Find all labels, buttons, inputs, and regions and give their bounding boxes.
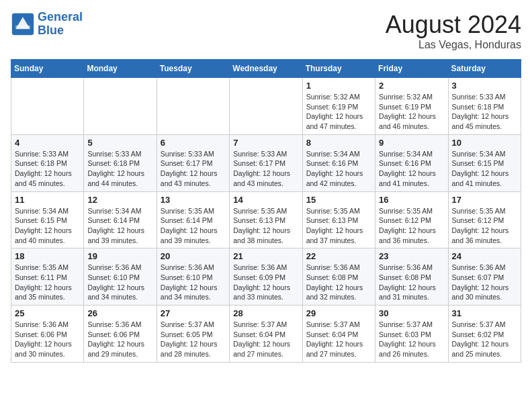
calendar-day-cell: 21Sunrise: 5:36 AMSunset: 6:09 PMDayligh… xyxy=(230,248,302,306)
day-info: Sunrise: 5:35 AMSunset: 6:13 PMDaylight:… xyxy=(233,206,298,246)
day-number: 19 xyxy=(87,251,152,261)
day-number: 5 xyxy=(87,138,152,148)
day-number: 25 xyxy=(15,308,80,318)
day-info: Sunrise: 5:37 AMSunset: 6:04 PMDaylight:… xyxy=(233,320,298,359)
calendar-day-cell: 23Sunrise: 5:36 AMSunset: 6:08 PMDayligh… xyxy=(375,248,448,306)
calendar-day-cell: 18Sunrise: 5:35 AMSunset: 6:11 PMDayligh… xyxy=(11,248,84,306)
day-number: 13 xyxy=(161,195,226,205)
day-info: Sunrise: 5:33 AMSunset: 6:18 PMDaylight:… xyxy=(87,149,152,189)
day-info: Sunrise: 5:37 AMSunset: 6:03 PMDaylight:… xyxy=(379,320,444,359)
calendar-day-cell: 6Sunrise: 5:33 AMSunset: 6:17 PMDaylight… xyxy=(157,134,229,191)
day-info: Sunrise: 5:36 AMSunset: 6:08 PMDaylight:… xyxy=(379,263,444,302)
day-number: 15 xyxy=(306,195,371,205)
day-number: 27 xyxy=(161,308,226,318)
logo-icon xyxy=(11,12,35,36)
day-number: 6 xyxy=(161,138,226,148)
calendar-day-cell: 11Sunrise: 5:34 AMSunset: 6:15 PMDayligh… xyxy=(11,191,84,248)
day-info: Sunrise: 5:32 AMSunset: 6:19 PMDaylight:… xyxy=(306,92,371,132)
day-info: Sunrise: 5:36 AMSunset: 6:07 PMDaylight:… xyxy=(452,263,517,302)
day-of-week-header: Sunday xyxy=(11,60,84,78)
calendar-day-cell: 2Sunrise: 5:32 AMSunset: 6:19 PMDaylight… xyxy=(375,78,448,135)
day-info: Sunrise: 5:36 AMSunset: 6:06 PMDaylight:… xyxy=(15,320,80,359)
calendar-day-cell: 20Sunrise: 5:36 AMSunset: 6:10 PMDayligh… xyxy=(157,248,229,306)
calendar-week-row: 11Sunrise: 5:34 AMSunset: 6:15 PMDayligh… xyxy=(11,191,521,248)
calendar-day-cell: 28Sunrise: 5:37 AMSunset: 6:04 PMDayligh… xyxy=(230,306,302,363)
day-info: Sunrise: 5:35 AMSunset: 6:11 PMDaylight:… xyxy=(15,263,80,302)
calendar-day-cell xyxy=(230,78,302,135)
day-number: 11 xyxy=(15,195,80,205)
calendar-day-cell: 3Sunrise: 5:33 AMSunset: 6:18 PMDaylight… xyxy=(448,78,521,135)
calendar-day-cell xyxy=(157,78,229,135)
day-of-week-header: Tuesday xyxy=(157,60,229,78)
logo-text: General Blue xyxy=(38,11,83,38)
day-number: 8 xyxy=(306,138,371,148)
day-info: Sunrise: 5:36 AMSunset: 6:10 PMDaylight:… xyxy=(87,263,152,302)
day-number: 1 xyxy=(306,81,371,91)
calendar-day-cell: 22Sunrise: 5:36 AMSunset: 6:08 PMDayligh… xyxy=(302,248,375,306)
day-info: Sunrise: 5:33 AMSunset: 6:17 PMDaylight:… xyxy=(233,149,298,189)
calendar-day-cell: 16Sunrise: 5:35 AMSunset: 6:12 PMDayligh… xyxy=(375,191,448,248)
calendar-day-cell: 5Sunrise: 5:33 AMSunset: 6:18 PMDaylight… xyxy=(84,134,157,191)
calendar-day-cell: 1Sunrise: 5:32 AMSunset: 6:19 PMDaylight… xyxy=(302,78,375,135)
day-number: 3 xyxy=(452,81,517,91)
day-info: Sunrise: 5:33 AMSunset: 6:18 PMDaylight:… xyxy=(452,92,517,132)
day-info: Sunrise: 5:36 AMSunset: 6:10 PMDaylight:… xyxy=(161,263,226,302)
day-number: 16 xyxy=(379,195,444,205)
day-of-week-header: Wednesday xyxy=(230,60,302,78)
calendar-week-row: 25Sunrise: 5:36 AMSunset: 6:06 PMDayligh… xyxy=(11,306,521,363)
calendar-day-cell: 9Sunrise: 5:34 AMSunset: 6:16 PMDaylight… xyxy=(375,134,448,191)
day-number: 12 xyxy=(87,195,152,205)
day-info: Sunrise: 5:37 AMSunset: 6:04 PMDaylight:… xyxy=(306,320,371,359)
day-info: Sunrise: 5:32 AMSunset: 6:19 PMDaylight:… xyxy=(379,92,444,132)
svg-rect-2 xyxy=(15,26,30,28)
calendar-week-row: 1Sunrise: 5:32 AMSunset: 6:19 PMDaylight… xyxy=(11,78,521,135)
calendar-day-cell xyxy=(11,78,84,135)
calendar-day-cell: 12Sunrise: 5:34 AMSunset: 6:14 PMDayligh… xyxy=(84,191,157,248)
day-info: Sunrise: 5:34 AMSunset: 6:15 PMDaylight:… xyxy=(452,149,517,189)
day-number: 28 xyxy=(233,308,298,318)
location: Las Vegas, Honduras xyxy=(386,39,521,51)
page-header: General Blue August 2024 Las Vegas, Hond… xyxy=(11,11,521,51)
calendar-day-cell: 17Sunrise: 5:35 AMSunset: 6:12 PMDayligh… xyxy=(448,191,521,248)
calendar-day-cell: 7Sunrise: 5:33 AMSunset: 6:17 PMDaylight… xyxy=(230,134,302,191)
logo-line2: Blue xyxy=(38,24,64,37)
calendar-day-cell: 30Sunrise: 5:37 AMSunset: 6:03 PMDayligh… xyxy=(375,306,448,363)
day-info: Sunrise: 5:34 AMSunset: 6:16 PMDaylight:… xyxy=(379,149,444,189)
day-info: Sunrise: 5:37 AMSunset: 6:05 PMDaylight:… xyxy=(161,320,226,359)
calendar-day-cell: 13Sunrise: 5:35 AMSunset: 6:14 PMDayligh… xyxy=(157,191,229,248)
month-year: August 2024 xyxy=(386,11,521,39)
day-info: Sunrise: 5:36 AMSunset: 6:08 PMDaylight:… xyxy=(306,263,371,302)
day-info: Sunrise: 5:33 AMSunset: 6:17 PMDaylight:… xyxy=(161,149,226,189)
day-info: Sunrise: 5:34 AMSunset: 6:14 PMDaylight:… xyxy=(87,206,152,246)
day-of-week-header: Thursday xyxy=(302,60,375,78)
day-number: 22 xyxy=(306,251,371,261)
day-number: 24 xyxy=(452,251,517,261)
day-of-week-header: Saturday xyxy=(448,60,521,78)
day-info: Sunrise: 5:35 AMSunset: 6:12 PMDaylight:… xyxy=(452,206,517,246)
calendar-table: SundayMondayTuesdayWednesdayThursdayFrid… xyxy=(11,59,521,363)
calendar-header-row: SundayMondayTuesdayWednesdayThursdayFrid… xyxy=(11,60,521,78)
day-info: Sunrise: 5:35 AMSunset: 6:12 PMDaylight:… xyxy=(379,206,444,246)
day-info: Sunrise: 5:33 AMSunset: 6:18 PMDaylight:… xyxy=(15,149,80,189)
day-info: Sunrise: 5:35 AMSunset: 6:14 PMDaylight:… xyxy=(161,206,226,246)
calendar-day-cell: 14Sunrise: 5:35 AMSunset: 6:13 PMDayligh… xyxy=(230,191,302,248)
day-number: 10 xyxy=(452,138,517,148)
logo: General Blue xyxy=(11,11,83,38)
day-number: 14 xyxy=(233,195,298,205)
day-info: Sunrise: 5:34 AMSunset: 6:16 PMDaylight:… xyxy=(306,149,371,189)
day-number: 26 xyxy=(87,308,152,318)
day-number: 23 xyxy=(379,251,444,261)
calendar-day-cell: 24Sunrise: 5:36 AMSunset: 6:07 PMDayligh… xyxy=(448,248,521,306)
day-number: 21 xyxy=(233,251,298,261)
day-number: 20 xyxy=(161,251,226,261)
calendar-day-cell: 8Sunrise: 5:34 AMSunset: 6:16 PMDaylight… xyxy=(302,134,375,191)
calendar-week-row: 4Sunrise: 5:33 AMSunset: 6:18 PMDaylight… xyxy=(11,134,521,191)
day-number: 29 xyxy=(306,308,371,318)
calendar-day-cell: 31Sunrise: 5:37 AMSunset: 6:02 PMDayligh… xyxy=(448,306,521,363)
day-info: Sunrise: 5:34 AMSunset: 6:15 PMDaylight:… xyxy=(15,206,80,246)
calendar-day-cell: 19Sunrise: 5:36 AMSunset: 6:10 PMDayligh… xyxy=(84,248,157,306)
day-info: Sunrise: 5:36 AMSunset: 6:06 PMDaylight:… xyxy=(87,320,152,359)
day-number: 7 xyxy=(233,138,298,148)
day-info: Sunrise: 5:37 AMSunset: 6:02 PMDaylight:… xyxy=(452,320,517,359)
day-number: 9 xyxy=(379,138,444,148)
